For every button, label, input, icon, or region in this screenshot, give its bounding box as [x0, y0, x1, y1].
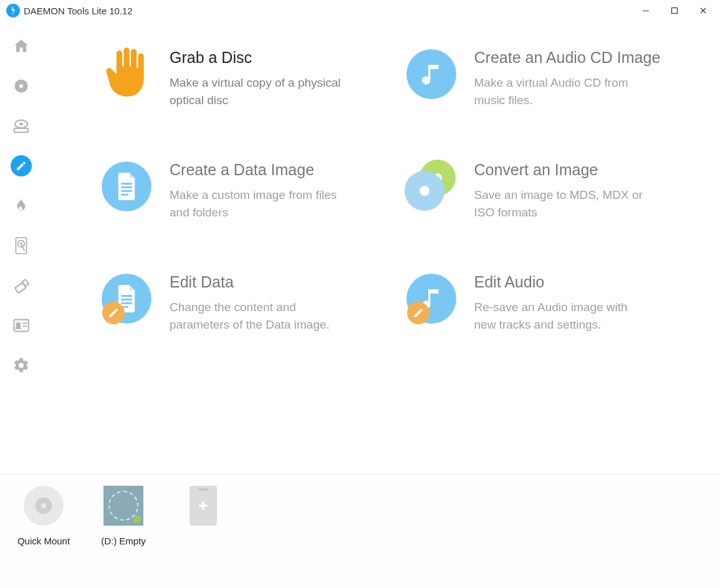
- svg-rect-20: [121, 190, 132, 192]
- svg-point-7: [21, 123, 22, 125]
- app-window: DAEMON Tools Lite 10.12: [0, 0, 720, 588]
- card-create-data-image[interactable]: Create a Data Image Make a custom image …: [98, 158, 378, 221]
- svg-rect-5: [14, 128, 29, 132]
- card-title: Convert an Image: [474, 161, 649, 179]
- card-title: Create a Data Image: [170, 161, 344, 179]
- svg-rect-1: [643, 11, 649, 11]
- nav-iscsi[interactable]: [0, 308, 42, 343]
- contact-card-icon: [12, 318, 30, 333]
- svg-rect-21: [121, 194, 128, 196]
- svg-rect-2: [672, 8, 678, 14]
- virtual-drive-icon: [103, 486, 143, 526]
- pencil-badge-icon: [407, 302, 430, 324]
- nav-usb[interactable]: [0, 268, 42, 303]
- drive-icon: [12, 117, 31, 135]
- card-title: Grab a Disc: [170, 49, 344, 67]
- nav-images[interactable]: [0, 69, 42, 104]
- disc-icon: [12, 77, 30, 95]
- app-logo-icon: [6, 4, 20, 17]
- svg-rect-18: [121, 183, 132, 185]
- window-maximize-button[interactable]: [660, 0, 689, 21]
- virtual-drive-label: (D:) Empty: [101, 536, 146, 546]
- card-description: Re-save an Audio image with new tracks a…: [474, 299, 649, 333]
- svg-point-27: [41, 503, 46, 508]
- card-description: Make a virtual Audio CD from music files…: [474, 74, 649, 108]
- window-close-button[interactable]: [689, 0, 718, 21]
- quick-mount-label: Quick Mount: [17, 536, 70, 546]
- card-description: Make a virtual copy of a physical optica…: [170, 74, 344, 108]
- actions-grid: Grab a Disc Make a virtual copy of a phy…: [98, 46, 683, 333]
- nav-image-editor[interactable]: [0, 148, 42, 183]
- svg-point-4: [19, 84, 23, 88]
- svg-rect-13: [22, 279, 29, 286]
- pencil-badge-icon: [102, 302, 125, 324]
- card-create-audio-cd[interactable]: Create an Audio CD Image Make a virtual …: [403, 46, 683, 108]
- svg-rect-22: [121, 295, 132, 297]
- card-description: Save an image to MDS, MDX or ISO formats: [474, 186, 649, 221]
- card-edit-data[interactable]: Edit Data Change the content and paramet…: [98, 271, 378, 333]
- card-description: Make a custom image from files and folde…: [170, 186, 344, 221]
- card-description: Change the content and parameters of the…: [170, 299, 344, 333]
- virtual-drive-d[interactable]: (D:) Empty: [94, 484, 153, 546]
- svg-rect-24: [121, 302, 132, 304]
- title-bar: DAEMON Tools Lite 10.12: [0, 0, 720, 21]
- flame-icon: [13, 198, 29, 214]
- gear-icon: [12, 357, 30, 374]
- nav-home[interactable]: [0, 29, 42, 64]
- bottom-bar: Quick Mount (D:) Empty: [0, 474, 720, 588]
- convert-discs-icon: [403, 158, 459, 214]
- main-content: Grab a Disc Make a virtual copy of a phy…: [42, 21, 720, 474]
- card-edit-audio[interactable]: Edit Audio Re-save an Audio image with n…: [403, 271, 683, 333]
- nav-bootable[interactable]: [0, 228, 42, 263]
- app-body: Grab a Disc Make a virtual copy of a phy…: [0, 21, 720, 474]
- svg-rect-29: [199, 504, 207, 506]
- usb-icon: [12, 276, 31, 295]
- svg-rect-19: [121, 186, 132, 188]
- home-icon: [12, 37, 30, 55]
- add-drive-button[interactable]: [173, 484, 233, 536]
- nav-drives[interactable]: [0, 108, 42, 143]
- hdd-icon: [13, 236, 29, 255]
- svg-rect-23: [121, 299, 132, 301]
- document-icon: [102, 161, 151, 211]
- card-grab-disc[interactable]: Grab a Disc Make a virtual copy of a phy…: [98, 46, 378, 108]
- quick-mount-icon: [24, 486, 64, 526]
- window-minimize-button[interactable]: [631, 0, 660, 21]
- pencil-circle-icon: [11, 155, 32, 176]
- app-title: DAEMON Tools Lite 10.12: [24, 6, 133, 16]
- quick-mount-button[interactable]: Quick Mount: [14, 484, 74, 546]
- card-convert-image[interactable]: Convert an Image Save an image to MDS, M…: [403, 158, 683, 221]
- card-title: Edit Audio: [474, 273, 649, 291]
- card-title: Edit Data: [170, 273, 344, 291]
- add-drive-icon: [190, 486, 217, 526]
- svg-point-15: [16, 323, 20, 327]
- hand-icon: [98, 46, 155, 102]
- sidebar: [0, 21, 42, 474]
- card-title: Create an Audio CD Image: [474, 49, 661, 67]
- nav-settings[interactable]: [0, 348, 42, 383]
- nav-burn[interactable]: [0, 188, 42, 223]
- music-note-icon: [406, 49, 456, 99]
